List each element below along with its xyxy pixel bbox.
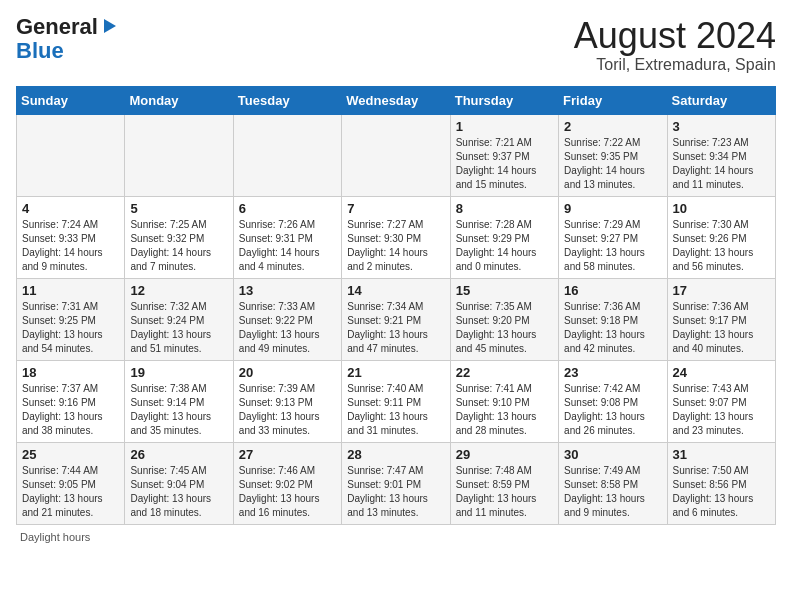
day-info: Sunrise: 7:25 AM Sunset: 9:32 PM Dayligh… [130,218,227,274]
day-info: Sunrise: 7:41 AM Sunset: 9:10 PM Dayligh… [456,382,553,438]
day-number: 13 [239,283,336,298]
calendar-cell: 18Sunrise: 7:37 AM Sunset: 9:16 PM Dayli… [17,360,125,442]
day-info: Sunrise: 7:47 AM Sunset: 9:01 PM Dayligh… [347,464,444,520]
calendar-subtitle: Toril, Extremadura, Spain [574,56,776,74]
weekday-header-tuesday: Tuesday [233,86,341,114]
day-number: 24 [673,365,770,380]
day-info: Sunrise: 7:37 AM Sunset: 9:16 PM Dayligh… [22,382,119,438]
calendar-cell: 1Sunrise: 7:21 AM Sunset: 9:37 PM Daylig… [450,114,558,196]
day-number: 27 [239,447,336,462]
calendar-cell: 26Sunrise: 7:45 AM Sunset: 9:04 PM Dayli… [125,442,233,524]
weekday-header-thursday: Thursday [450,86,558,114]
calendar-cell [125,114,233,196]
day-number: 30 [564,447,661,462]
day-info: Sunrise: 7:28 AM Sunset: 9:29 PM Dayligh… [456,218,553,274]
calendar-table: SundayMondayTuesdayWednesdayThursdayFrid… [16,86,776,525]
calendar-cell: 5Sunrise: 7:25 AM Sunset: 9:32 PM Daylig… [125,196,233,278]
calendar-cell: 24Sunrise: 7:43 AM Sunset: 9:07 PM Dayli… [667,360,775,442]
day-number: 6 [239,201,336,216]
calendar-cell: 20Sunrise: 7:39 AM Sunset: 9:13 PM Dayli… [233,360,341,442]
day-info: Sunrise: 7:32 AM Sunset: 9:24 PM Dayligh… [130,300,227,356]
day-number: 7 [347,201,444,216]
calendar-cell: 12Sunrise: 7:32 AM Sunset: 9:24 PM Dayli… [125,278,233,360]
calendar-week-row: 11Sunrise: 7:31 AM Sunset: 9:25 PM Dayli… [17,278,776,360]
logo-blue: Blue [16,38,64,64]
calendar-cell: 8Sunrise: 7:28 AM Sunset: 9:29 PM Daylig… [450,196,558,278]
calendar-cell: 29Sunrise: 7:48 AM Sunset: 8:59 PM Dayli… [450,442,558,524]
day-info: Sunrise: 7:26 AM Sunset: 9:31 PM Dayligh… [239,218,336,274]
calendar-cell: 14Sunrise: 7:34 AM Sunset: 9:21 PM Dayli… [342,278,450,360]
day-number: 10 [673,201,770,216]
day-info: Sunrise: 7:38 AM Sunset: 9:14 PM Dayligh… [130,382,227,438]
calendar-cell: 16Sunrise: 7:36 AM Sunset: 9:18 PM Dayli… [559,278,667,360]
calendar-cell: 3Sunrise: 7:23 AM Sunset: 9:34 PM Daylig… [667,114,775,196]
day-info: Sunrise: 7:30 AM Sunset: 9:26 PM Dayligh… [673,218,770,274]
day-number: 25 [22,447,119,462]
svg-marker-0 [104,19,116,33]
day-info: Sunrise: 7:31 AM Sunset: 9:25 PM Dayligh… [22,300,119,356]
calendar-cell: 17Sunrise: 7:36 AM Sunset: 9:17 PM Dayli… [667,278,775,360]
calendar-cell: 7Sunrise: 7:27 AM Sunset: 9:30 PM Daylig… [342,196,450,278]
calendar-week-row: 1Sunrise: 7:21 AM Sunset: 9:37 PM Daylig… [17,114,776,196]
day-info: Sunrise: 7:23 AM Sunset: 9:34 PM Dayligh… [673,136,770,192]
day-number: 15 [456,283,553,298]
calendar-cell: 21Sunrise: 7:40 AM Sunset: 9:11 PM Dayli… [342,360,450,442]
day-info: Sunrise: 7:49 AM Sunset: 8:58 PM Dayligh… [564,464,661,520]
day-number: 28 [347,447,444,462]
day-number: 12 [130,283,227,298]
day-info: Sunrise: 7:48 AM Sunset: 8:59 PM Dayligh… [456,464,553,520]
title-area: August 2024 Toril, Extremadura, Spain [574,16,776,74]
day-number: 11 [22,283,119,298]
day-info: Sunrise: 7:45 AM Sunset: 9:04 PM Dayligh… [130,464,227,520]
day-info: Sunrise: 7:42 AM Sunset: 9:08 PM Dayligh… [564,382,661,438]
calendar-cell [233,114,341,196]
day-number: 1 [456,119,553,134]
calendar-cell: 9Sunrise: 7:29 AM Sunset: 9:27 PM Daylig… [559,196,667,278]
calendar-cell: 10Sunrise: 7:30 AM Sunset: 9:26 PM Dayli… [667,196,775,278]
day-number: 23 [564,365,661,380]
day-number: 14 [347,283,444,298]
day-info: Sunrise: 7:43 AM Sunset: 9:07 PM Dayligh… [673,382,770,438]
day-number: 9 [564,201,661,216]
logo-arrow-icon [100,17,118,35]
calendar-cell: 28Sunrise: 7:47 AM Sunset: 9:01 PM Dayli… [342,442,450,524]
weekday-header-wednesday: Wednesday [342,86,450,114]
day-info: Sunrise: 7:39 AM Sunset: 9:13 PM Dayligh… [239,382,336,438]
day-number: 26 [130,447,227,462]
calendar-cell: 22Sunrise: 7:41 AM Sunset: 9:10 PM Dayli… [450,360,558,442]
calendar-cell [342,114,450,196]
day-info: Sunrise: 7:24 AM Sunset: 9:33 PM Dayligh… [22,218,119,274]
weekday-header-monday: Monday [125,86,233,114]
day-info: Sunrise: 7:21 AM Sunset: 9:37 PM Dayligh… [456,136,553,192]
weekday-header-saturday: Saturday [667,86,775,114]
calendar-cell: 23Sunrise: 7:42 AM Sunset: 9:08 PM Dayli… [559,360,667,442]
calendar-cell [17,114,125,196]
day-number: 18 [22,365,119,380]
weekday-header-sunday: Sunday [17,86,125,114]
day-number: 31 [673,447,770,462]
footer-note: Daylight hours [16,531,776,543]
day-info: Sunrise: 7:35 AM Sunset: 9:20 PM Dayligh… [456,300,553,356]
header: General Blue August 2024 Toril, Extremad… [16,16,776,74]
day-number: 21 [347,365,444,380]
day-number: 29 [456,447,553,462]
calendar-cell: 15Sunrise: 7:35 AM Sunset: 9:20 PM Dayli… [450,278,558,360]
day-number: 19 [130,365,227,380]
day-number: 3 [673,119,770,134]
logo: General Blue [16,16,118,64]
weekday-header-row: SundayMondayTuesdayWednesdayThursdayFrid… [17,86,776,114]
day-info: Sunrise: 7:44 AM Sunset: 9:05 PM Dayligh… [22,464,119,520]
day-info: Sunrise: 7:46 AM Sunset: 9:02 PM Dayligh… [239,464,336,520]
day-info: Sunrise: 7:40 AM Sunset: 9:11 PM Dayligh… [347,382,444,438]
day-number: 2 [564,119,661,134]
calendar-cell: 25Sunrise: 7:44 AM Sunset: 9:05 PM Dayli… [17,442,125,524]
day-number: 16 [564,283,661,298]
day-info: Sunrise: 7:36 AM Sunset: 9:18 PM Dayligh… [564,300,661,356]
day-info: Sunrise: 7:50 AM Sunset: 8:56 PM Dayligh… [673,464,770,520]
calendar-week-row: 4Sunrise: 7:24 AM Sunset: 9:33 PM Daylig… [17,196,776,278]
calendar-cell: 19Sunrise: 7:38 AM Sunset: 9:14 PM Dayli… [125,360,233,442]
day-info: Sunrise: 7:29 AM Sunset: 9:27 PM Dayligh… [564,218,661,274]
day-number: 22 [456,365,553,380]
calendar-cell: 13Sunrise: 7:33 AM Sunset: 9:22 PM Dayli… [233,278,341,360]
calendar-cell: 4Sunrise: 7:24 AM Sunset: 9:33 PM Daylig… [17,196,125,278]
